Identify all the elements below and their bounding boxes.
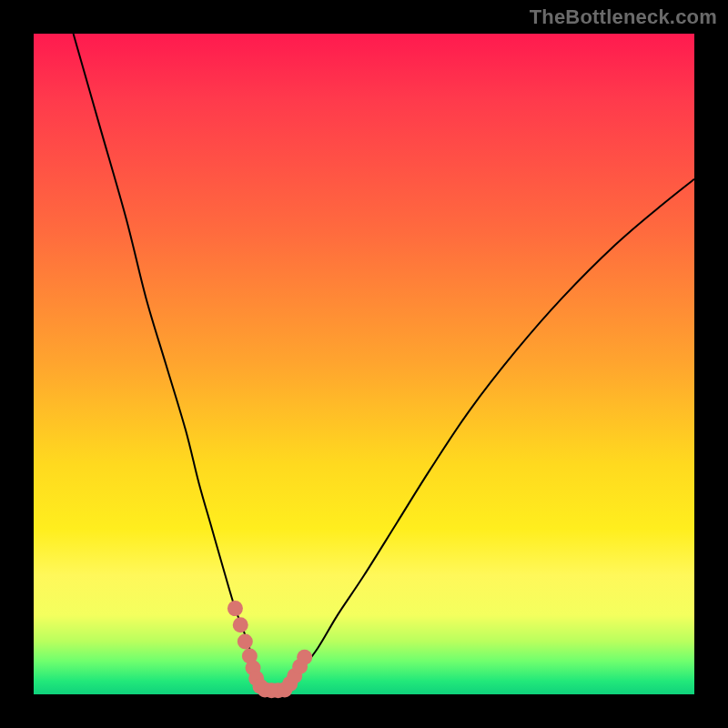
chart-frame: TheBottleneck.com <box>0 0 728 728</box>
marker-dot <box>297 650 312 665</box>
right-curve <box>285 179 694 692</box>
plot-area <box>34 34 694 694</box>
highlighted-markers <box>228 601 312 698</box>
marker-dot <box>233 617 248 632</box>
chart-svg <box>34 34 694 694</box>
left-curve <box>74 34 266 691</box>
watermark-text: TheBottleneck.com <box>530 5 717 29</box>
marker-dot <box>228 601 243 616</box>
marker-dot <box>238 633 253 649</box>
